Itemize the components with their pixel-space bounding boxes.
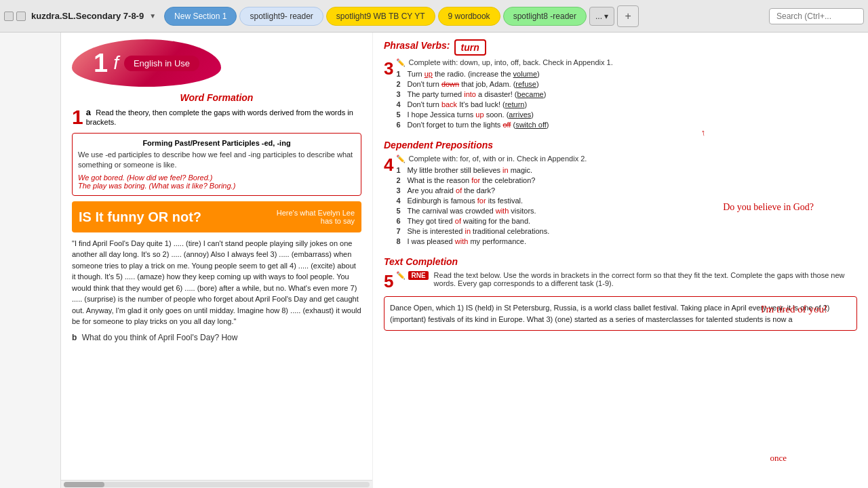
funny-or-not-box: IS It funny OR not? Here's what Evelyn L… [72,201,361,232]
ex5-number: 5 [384,271,393,292]
list-item: 1 Turn up the radio. (increase the volum… [396,70,612,78]
list-item: 3 The party turned into a disaster! (bec… [396,90,612,98]
grammar-ex1: We got bored. (How did we feel? Bored.) [78,174,355,182]
funny-box-left-text: IS It funny OR not? [79,208,201,226]
section-letter: f [113,54,119,73]
tab-more[interactable]: ... ▾ [589,7,614,26]
grammar-box-title: Forming Past/Present Participles -ed, -i… [78,139,355,147]
list-item: 4Edinburgh is famous for its festival. [396,197,587,205]
reading-text: "I find April Fool's Day quite 1) ..... … [72,238,361,327]
english-in-use-badge: English in Use [124,56,199,71]
right-column: Phrasal Verbs: turn 3 ✏️ Complete with: … [373,33,868,488]
grammar-ex2: The play was boring. (What was it like? … [78,182,355,190]
window-controls [4,12,26,21]
tab-spotlight9-wb[interactable]: spotlight9 WB TB CY YT [326,7,435,26]
list-item: 3Are you afraid of the dark? [396,186,587,195]
exercise-3: 3 ✏️ Complete with: down, up, into, off,… [384,58,857,133]
list-item: 2What is the reason for the celebration? [396,176,587,184]
tab-spotlight8-reader[interactable]: spotlight8 -reader [503,7,587,26]
tab-new-section[interactable]: New Section 1 [164,7,237,26]
list-item: 5The carnival was crowded with visitors. [396,207,587,215]
funny-box-right-text: Here's what Evelyn Lee has to say [273,209,355,225]
annotation-do-you-believe: Do you believe in God? [723,202,814,213]
window-btn-2[interactable] [16,12,26,21]
ex3-list: 1 Turn up the radio. (increase the volum… [396,70,612,129]
left-column: 1 f English in Use Word Formation 1 a Re… [61,33,373,488]
ex1-number: 1 [72,107,83,127]
list-item: 7She is interested in traditional celebr… [396,227,587,235]
scroll-thumb[interactable] [64,482,104,487]
list-item: 1My little brother still believes in mag… [396,166,587,174]
pencil-icon-5: ✏️ [396,271,406,280]
scrollbar-bottom[interactable] [61,480,372,488]
page-area: 1 f English in Use Word Formation 1 a Re… [61,33,868,488]
list-item: 4 Don't turn back It's bad luck! (return… [396,100,612,108]
annotation-once: once [770,453,787,464]
text-completion-section: Text Completion 5 ✏️ RNE Read the text b… [384,256,857,331]
main-content: 1 f English in Use Word Formation 1 a Re… [0,33,868,488]
pencil-icon: ✏️ [396,58,406,67]
ex4-number: 4 [384,155,393,176]
pencil-icon-4: ✏️ [396,155,406,163]
left-sidebar [0,33,61,488]
dep-prep-title: Dependent Prepositions [384,140,857,150]
section-number: 1 [94,50,108,76]
grammar-box-text: We use -ed participles to describe how w… [78,150,355,171]
grammar-box: Forming Past/Present Participles -ed, -i… [72,133,361,196]
window-btn-1[interactable] [4,12,14,21]
ex4-instruction: ✏️ Complete with: for, of, with or in. C… [396,155,587,163]
list-item: 2 Don't turn down that job, Adam. (refus… [396,80,612,88]
ex3-number: 3 [384,58,393,79]
exercise-5: 5 ✏️ RNE Read the text below. Use the wo… [384,271,857,331]
phrasal-verbs-title: Phrasal Verbs: [384,40,450,51]
tab-spotlight9-reader[interactable]: spotlight9- reader [239,7,323,26]
ex1-instruction: Read the theory, then complete the gaps … [86,108,353,126]
list-item: 6They got tired of waiting for the band. [396,217,587,225]
app-dropdown-arrow[interactable]: ▼ [149,12,156,20]
list-item: 8I was pleased with my performance. [396,237,587,245]
dep-prep-section: Dependent Prepositions 4 ✏️ Complete wit… [384,140,857,249]
text-completion-title: Text Completion [384,256,857,267]
ex1b: b What do you think of April Fool's Day?… [72,333,361,342]
ex3-instruction: ✏️ Complete with: down, up, into, off, b… [396,58,612,67]
list-item: 5 I hope Jessica turns up soon. (arrives… [396,110,612,119]
scroll-track [64,482,370,487]
word-formation-title: Word Formation [72,92,361,103]
tab-9-wordbook[interactable]: 9 wordbook [438,7,500,26]
ex5-instruction: ✏️ RNE Read the text below. Use the word… [396,271,857,287]
app-title: kuzdra.SL.Secondary 7-8-9 [31,11,144,21]
search-input[interactable] [769,8,864,24]
phrasal-word: turn [454,39,486,56]
ex4-list: 1My little brother still believes in mag… [396,166,587,245]
topbar: kuzdra.SL.Secondary 7-8-9 ▼ New Section … [0,0,868,33]
ex1-letter: a [86,107,91,117]
annotation-tired-of-you: I'm tired of you! [761,304,827,315]
rne-badge: RNE [408,271,428,280]
tab-add[interactable]: + [617,5,638,27]
list-item: 6 Don't forget to turn the lights off (s… [396,121,612,129]
phrasal-verbs-section: Phrasal Verbs: turn 3 ✏️ Complete with: … [384,39,857,133]
